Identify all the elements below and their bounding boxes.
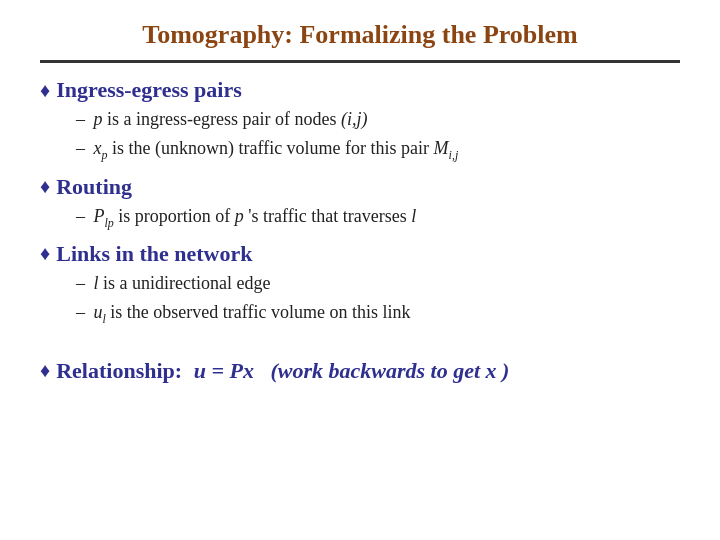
title-area: Tomography: Formalizing the Problem <box>40 20 680 63</box>
l-italic: l <box>411 206 416 226</box>
links-subitems: – l is a unidirectional edge – ul is the… <box>76 271 680 328</box>
bullet-header-links: ♦ Links in the network <box>40 241 680 267</box>
ingress-subitems: – p is a ingress-egress pair of nodes (i… <box>76 107 680 164</box>
section-ingress: ♦ Ingress-egress pairs – p is a ingress-… <box>40 77 680 164</box>
x-italic: x <box>94 138 102 158</box>
relationship-equation: u = Px (work backwards to get x ) <box>194 358 510 384</box>
plp-text: is proportion of <box>118 206 235 226</box>
l-text: is a unidirectional edge <box>103 273 270 293</box>
l-sub: l <box>103 312 106 326</box>
bullet-header-routing: ♦ Routing <box>40 174 680 200</box>
section-routing: ♦ Routing – Plp is proportion of p 's tr… <box>40 174 680 231</box>
relationship-label: Relationship: <box>56 358 187 384</box>
bullet-header-ingress: ♦ Ingress-egress pairs <box>40 77 680 103</box>
lp-sub: lp <box>105 215 114 229</box>
M-italic: M <box>434 138 449 158</box>
section-links: ♦ Links in the network – l is a unidirec… <box>40 241 680 328</box>
section-relationship: ♦ Relationship: u = Px (work backwards t… <box>40 348 680 384</box>
p-italic: p <box>94 109 103 129</box>
ij-sub: i,j <box>449 148 459 162</box>
links-header-label: Links in the network <box>56 241 252 267</box>
ul-text: is the observed traffic volume on this l… <box>110 302 410 322</box>
plp-text2: 's traffic that traverses <box>248 206 411 226</box>
bullet-header-relationship: ♦ Relationship: u = Px (work backwards t… <box>40 358 680 384</box>
diamond-icon-links: ♦ <box>40 242 50 265</box>
subitem-plp: – Plp is proportion of p 's traffic that… <box>76 204 680 231</box>
p-text: is a ingress-egress pair of nodes <box>107 109 341 129</box>
slide-title: Tomography: Formalizing the Problem <box>142 20 577 49</box>
subitem-ul: – ul is the observed traffic volume on t… <box>76 300 680 327</box>
diamond-icon: ♦ <box>40 79 50 102</box>
routing-header-label: Routing <box>56 174 132 200</box>
ingress-header-label: Ingress-egress pairs <box>56 77 242 103</box>
u-italic: u <box>94 302 103 322</box>
p-sub: p <box>102 148 108 162</box>
diamond-icon-routing: ♦ <box>40 175 50 198</box>
slide: Tomography: Formalizing the Problem ♦ In… <box>0 0 720 540</box>
p2-italic: p <box>235 206 244 226</box>
P-italic: P <box>94 206 105 226</box>
diamond-icon-rel: ♦ <box>40 359 50 382</box>
xp-text: is the (unknown) traffic volume for this… <box>112 138 434 158</box>
routing-subitems: – Plp is proportion of p 's traffic that… <box>76 204 680 231</box>
ij-italic: (i,j) <box>341 109 368 129</box>
subitem-p: – p is a ingress-egress pair of nodes (i… <box>76 107 680 132</box>
l2-italic: l <box>94 273 99 293</box>
subitem-l: – l is a unidirectional edge <box>76 271 680 296</box>
subitem-xp: – xp is the (unknown) traffic volume for… <box>76 136 680 163</box>
